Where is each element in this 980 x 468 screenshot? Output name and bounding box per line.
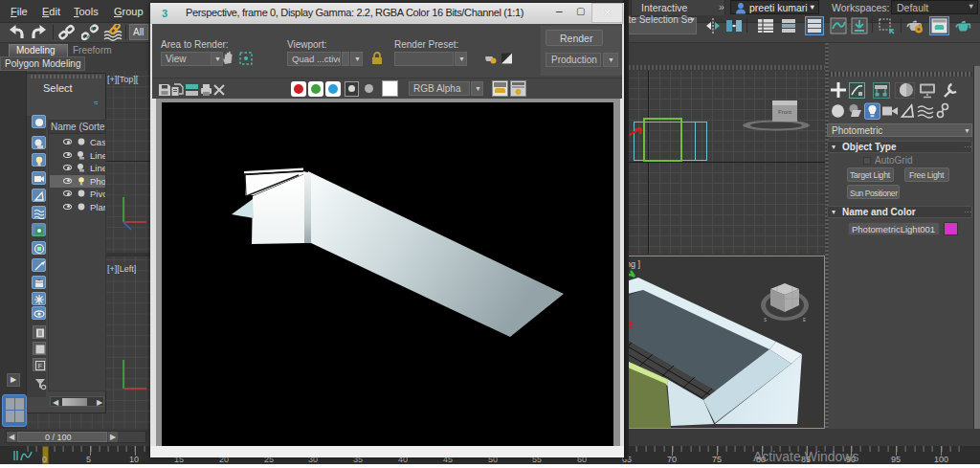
svg-text:E: E	[803, 318, 806, 323]
svg-text:S: S	[764, 318, 767, 323]
svg-text:3: 3	[162, 8, 167, 19]
svg-text:Front: Front	[778, 109, 791, 115]
svg-text:F: F	[38, 362, 43, 370]
